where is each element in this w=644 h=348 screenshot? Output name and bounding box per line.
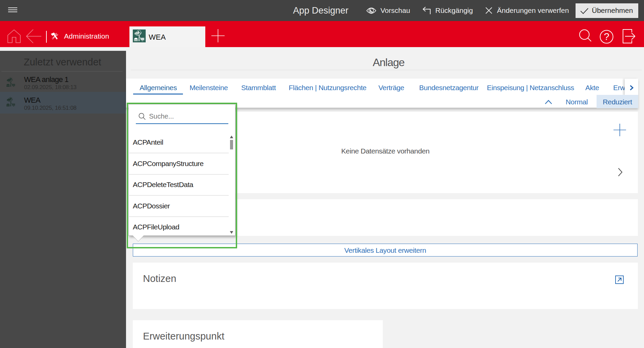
svg-text:?: ? <box>604 31 609 42</box>
